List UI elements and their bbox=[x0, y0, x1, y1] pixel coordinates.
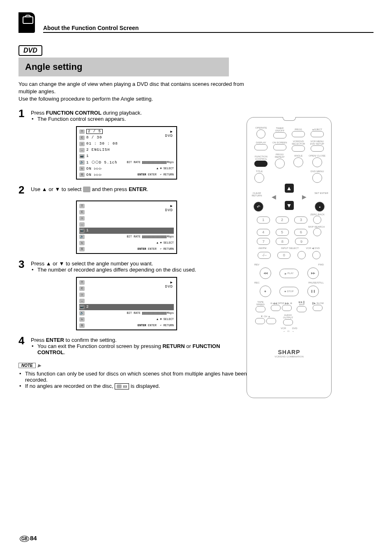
audio-icon: 🔊 bbox=[79, 160, 85, 165]
input-select-button[interactable] bbox=[297, 251, 306, 259]
input-label: INPUT SELECT bbox=[281, 247, 299, 249]
dvdmenu-button[interactable] bbox=[312, 173, 322, 183]
step-1: 1 Press FUNCTION CONTROL during playback… bbox=[18, 110, 249, 122]
osd-title: 2 / 5 bbox=[86, 129, 103, 134]
osd2-angle: 1 bbox=[86, 228, 89, 233]
timer-button[interactable] bbox=[273, 132, 286, 138]
tape-button[interactable] bbox=[256, 306, 265, 312]
step-2: 2 Use ▲ or ▼ to select and then press EN… bbox=[18, 186, 249, 196]
vcr-dvd-button[interactable] bbox=[312, 251, 321, 259]
onscreen-button[interactable] bbox=[273, 144, 286, 150]
num-5-button[interactable]: 5 bbox=[276, 229, 289, 236]
remote-control-illustration: OPERATE TIMER ON/OFF PROG ▲EJECT DISPLAY… bbox=[247, 117, 332, 398]
intro-text: You can change the angle of view when pl… bbox=[18, 81, 249, 103]
osd-angle: 1 bbox=[86, 154, 89, 158]
osd-select-hint: ▲ ▼ SELECT bbox=[157, 318, 174, 321]
rev-button[interactable]: ◀◀ bbox=[260, 267, 271, 279]
num-6-button[interactable]: 6 bbox=[294, 229, 307, 236]
dpss-rev-button[interactable] bbox=[271, 305, 281, 311]
progrepeat-button[interactable] bbox=[275, 159, 285, 168]
step1-bullet: The Function control screen appears. bbox=[31, 116, 249, 122]
section-icon bbox=[18, 12, 35, 33]
right-button[interactable]: ▶ bbox=[300, 192, 309, 201]
openclose-button[interactable] bbox=[312, 157, 322, 167]
pause-button[interactable]: ❚❚ bbox=[307, 286, 319, 297]
step4-text: Press ENTER to confirm the setting. bbox=[31, 337, 117, 343]
selector-button[interactable] bbox=[292, 145, 305, 152]
chapter-icon: C bbox=[79, 136, 85, 140]
osd-chapter: 8 / 30 bbox=[86, 136, 102, 140]
fwd-label: FWD bbox=[318, 263, 324, 266]
clock-icon: ◷ bbox=[79, 216, 85, 221]
brand-sub-label: VCR/DVD COMBINATION bbox=[247, 355, 331, 358]
vcr-label: VCR bbox=[281, 327, 286, 329]
num-1-button[interactable]: 1 bbox=[257, 217, 270, 224]
clock-icon: ◷ bbox=[79, 293, 85, 297]
num-2-button[interactable]: 2 bbox=[276, 217, 289, 224]
angle-icon: 📷 bbox=[79, 305, 85, 309]
dvdmenu-label: DVD MENU bbox=[311, 170, 324, 173]
step-number: 2 bbox=[18, 184, 31, 196]
tape-label: TAPE SPEED bbox=[254, 301, 267, 306]
title-icon: T bbox=[79, 129, 85, 134]
fwd-button[interactable]: ▶▶ bbox=[307, 267, 319, 279]
audio-button[interactable] bbox=[283, 319, 293, 325]
down-button[interactable]: ▼ bbox=[285, 201, 294, 210]
angle-label: ANGLE bbox=[294, 154, 302, 157]
step2-text: Use ▲ or ▼ to select and then press ENTE… bbox=[31, 186, 148, 192]
return-button[interactable]: ↶ bbox=[254, 202, 263, 212]
zeroback-button[interactable] bbox=[313, 216, 321, 224]
chapter-icon: C bbox=[79, 210, 85, 214]
page-number: GB84 bbox=[20, 535, 37, 541]
angle-icon: 📷 bbox=[79, 228, 85, 233]
angle-button[interactable] bbox=[293, 157, 303, 167]
eject-label: ▲EJECT bbox=[312, 128, 322, 131]
dpss-fwd-button[interactable] bbox=[282, 305, 292, 311]
slow-button[interactable] bbox=[313, 305, 323, 311]
rec-button[interactable]: ● bbox=[260, 286, 271, 297]
left-button[interactable]: ◀ bbox=[270, 192, 279, 201]
timer-label: TIMER ON/OFF bbox=[271, 127, 288, 132]
prog-button[interactable] bbox=[292, 131, 305, 137]
osd-repeat: ON ▷▷▷ bbox=[86, 166, 102, 171]
skipsearch-button[interactable] bbox=[313, 228, 321, 236]
angle-icon: 📷 bbox=[79, 154, 85, 159]
title-button[interactable] bbox=[254, 173, 264, 183]
audio-icon: 🔊 bbox=[79, 311, 85, 316]
operate-label: OPERATE bbox=[255, 127, 267, 129]
function-control-button[interactable] bbox=[254, 161, 267, 167]
num-7-button[interactable]: 7 bbox=[257, 238, 270, 245]
num-0-button[interactable]: 0 bbox=[277, 252, 291, 259]
num-3-button[interactable]: 3 bbox=[294, 217, 307, 224]
gigo-icon: G bbox=[79, 173, 85, 177]
openclose-label: OPEN/ CLOSE bbox=[309, 154, 325, 157]
num-9-button[interactable]: 9 bbox=[295, 238, 308, 245]
num-8-button[interactable]: 8 bbox=[276, 238, 289, 245]
rec-label: REC bbox=[254, 281, 260, 284]
step1-text: Press FUNCTION CONTROL during playback. bbox=[31, 110, 142, 116]
title-icon: T bbox=[79, 280, 85, 285]
play-button[interactable]: ▶PLAY bbox=[279, 269, 299, 278]
page-heading: Angle setting bbox=[18, 58, 229, 76]
up-button[interactable]: ▲ bbox=[285, 184, 294, 193]
operate-button[interactable] bbox=[256, 129, 265, 138]
pause-label: PAUSE/STILL bbox=[308, 281, 324, 284]
gigo-icon: G bbox=[79, 247, 85, 251]
num-4-button[interactable]: 4 bbox=[257, 229, 270, 236]
enter-button[interactable]: ● bbox=[315, 202, 325, 212]
subtitle-icon: … bbox=[79, 148, 85, 152]
ampm-button[interactable]: -/-- bbox=[258, 252, 271, 259]
vcrmenu-button[interactable] bbox=[311, 145, 324, 152]
step4-bullet: You can exit the Function control screen… bbox=[31, 343, 249, 355]
skip-button[interactable] bbox=[297, 306, 307, 312]
ch-up-button[interactable] bbox=[266, 318, 276, 324]
subtitle-icon: … bbox=[79, 299, 85, 303]
dvd-label: DVD bbox=[292, 327, 297, 329]
camera-icon bbox=[117, 385, 122, 388]
osd-select-hint: ▲ ▼ SELECT bbox=[157, 167, 174, 170]
display-button[interactable] bbox=[254, 144, 267, 150]
stop-button[interactable]: ■STOP bbox=[279, 287, 299, 296]
eject-button[interactable] bbox=[311, 131, 324, 137]
prog-label: PROG bbox=[295, 128, 302, 131]
ch-down-button[interactable] bbox=[255, 318, 265, 324]
